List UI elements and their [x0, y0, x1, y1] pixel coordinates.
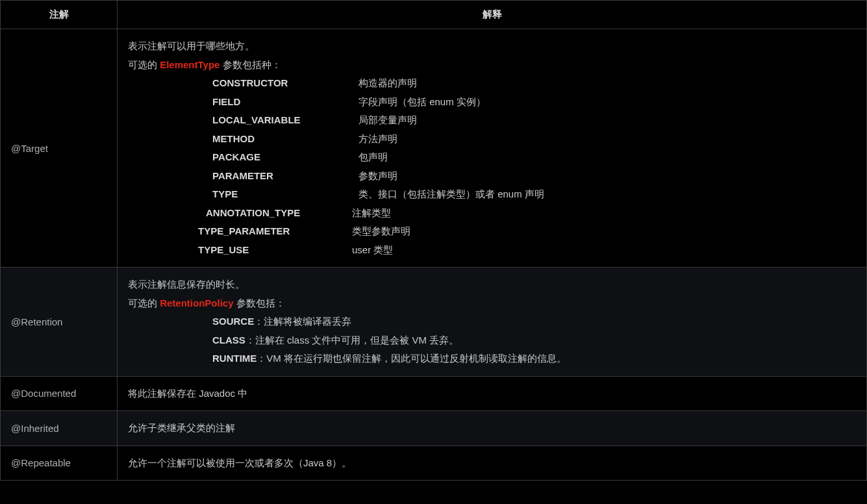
param-row: PACKAGE包声明: [128, 148, 856, 167]
retention-param: RUNTIME：VM 将在运行期也保留注解，因此可以通过反射机制读取注解的信息。: [128, 349, 856, 368]
description-cell: 表示注解可以用于哪些地方。 可选的 ElementType 参数包括种： CON…: [118, 29, 867, 268]
table-row: @Inherited 允许子类继承父类的注解: [1, 411, 867, 446]
intro-line: 表示注解信息保存的时长。: [128, 275, 856, 294]
intro-line: 表示注解可以用于哪些地方。: [128, 37, 856, 56]
intro-line: 可选的 RetentionPolicy 参数包括：: [128, 294, 856, 313]
param-row: TYPE类、接口（包括注解类型）或者 enum 声明: [128, 185, 856, 204]
table-row: @Documented 将此注解保存在 Javadoc 中: [1, 376, 867, 411]
table-row: @Target 表示注解可以用于哪些地方。 可选的 ElementType 参数…: [1, 29, 867, 268]
highlight-text: RetentionPolicy: [160, 297, 233, 309]
annotation-table: 注解 解释 @Target 表示注解可以用于哪些地方。 可选的 ElementT…: [0, 0, 867, 481]
table-row: @Retention 表示注解信息保存的时长。 可选的 RetentionPol…: [1, 268, 867, 377]
header-explanation: 解释: [118, 1, 867, 29]
annotation-name-cell: @Retention: [1, 268, 118, 377]
param-row: METHOD方法声明: [128, 130, 856, 149]
annotation-name-cell: @Repeatable: [1, 446, 118, 481]
annotation-name-cell: @Documented: [1, 376, 118, 411]
param-block: CONSTRUCTOR构造器的声明 FIELD字段声明（包括 enum 实例） …: [128, 74, 856, 259]
param-row: CONSTRUCTOR构造器的声明: [128, 74, 856, 93]
retention-param: CLASS：注解在 class 文件中可用，但是会被 VM 丢弃。: [128, 331, 856, 350]
param-row: TYPE_PARAMETER类型参数声明: [128, 222, 856, 241]
intro-line: 可选的 ElementType 参数包括种：: [128, 56, 856, 75]
highlight-text: ElementType: [160, 59, 220, 70]
retention-param: SOURCE：注解将被编译器丢弃: [128, 312, 856, 331]
param-row: TYPE_USE user 类型: [128, 241, 856, 260]
description-cell: 允许子类继承父类的注解: [118, 411, 867, 446]
param-row: ANNOTATION_TYPE注解类型: [128, 204, 856, 223]
description-cell: 将此注解保存在 Javadoc 中: [118, 376, 867, 411]
annotation-name-cell: @Inherited: [1, 411, 118, 446]
description-cell: 允许一个注解可以被使用一次或者多次（Java 8）。: [118, 446, 867, 481]
description-cell: 表示注解信息保存的时长。 可选的 RetentionPolicy 参数包括： S…: [118, 268, 867, 377]
param-row: PARAMETER 参数声明: [128, 167, 856, 186]
header-annotation: 注解: [1, 1, 118, 29]
param-row: LOCAL_VARIABLE 局部变量声明: [128, 111, 856, 130]
annotation-name-cell: @Target: [1, 29, 118, 268]
table-row: @Repeatable 允许一个注解可以被使用一次或者多次（Java 8）。: [1, 446, 867, 481]
param-row: FIELD字段声明（包括 enum 实例）: [128, 93, 856, 112]
table-header-row: 注解 解释: [1, 1, 867, 29]
